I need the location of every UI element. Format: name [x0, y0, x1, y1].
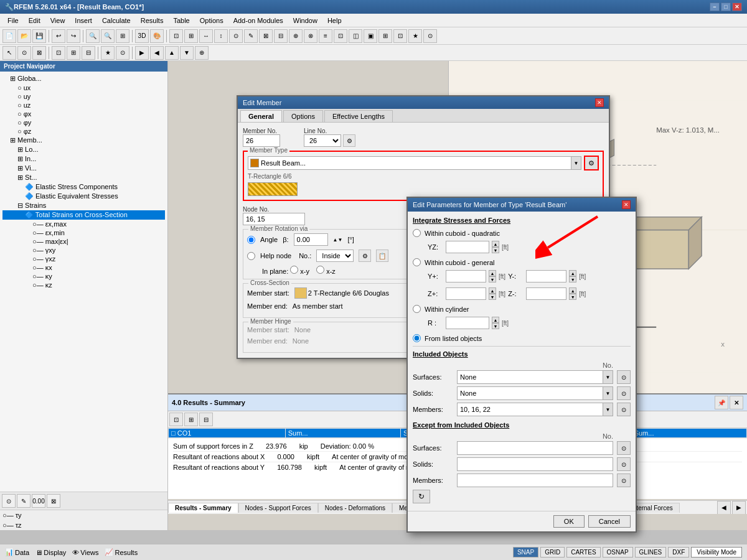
zminus-input[interactable]: [526, 287, 566, 300]
tb-btn17[interactable]: ★: [408, 29, 422, 43]
menu-addon[interactable]: Add-on Modules: [228, 16, 288, 26]
minimize-btn[interactable]: −: [710, 2, 720, 11]
tb-fit[interactable]: ⊞: [116, 29, 129, 43]
maximize-btn[interactable]: □: [721, 2, 731, 11]
member-type-dropdown[interactable]: Result Beam... ▼: [248, 156, 581, 170]
tab-nodes-deform[interactable]: Nodes - Deformations: [318, 503, 392, 513]
members-dropdown-container[interactable]: 10, 16, 22 ▼: [457, 403, 613, 416]
members-pick-btn[interactable]: ⊙: [617, 403, 631, 416]
tb-btn6[interactable]: ✎: [244, 29, 258, 43]
tb2-btn12[interactable]: ▼: [180, 46, 194, 60]
tb-3d[interactable]: 3D: [135, 29, 149, 43]
tb-btn15[interactable]: ⊞: [378, 29, 392, 43]
tb-btn8[interactable]: ⊟: [274, 29, 288, 43]
tree-kz[interactable]: ○— κz: [2, 281, 165, 289]
menu-window[interactable]: Window: [288, 16, 322, 26]
tree-gxz[interactable]: ○— γxz: [2, 254, 165, 263]
surfaces-pick-btn[interactable]: ⊙: [617, 370, 631, 384]
tb-open[interactable]: 📂: [17, 29, 31, 43]
except-surfaces-input[interactable]: [458, 444, 613, 452]
results-tb3[interactable]: ⊟: [199, 413, 213, 426]
left-tb-btn1[interactable]: ⊙: [2, 494, 16, 508]
except-members-input[interactable]: [458, 477, 613, 484]
yminus-spin-up[interactable]: ▲: [569, 270, 576, 276]
tb2-btn2[interactable]: ⊙: [17, 46, 31, 60]
left-tb-btn2[interactable]: ✎: [17, 494, 31, 508]
results-pin-btn[interactable]: 📌: [715, 396, 728, 409]
line-no-select[interactable]: 26: [304, 134, 341, 147]
radio-listed[interactable]: [413, 334, 421, 342]
tb-btn18[interactable]: ⊙: [423, 29, 437, 43]
tb-zoom-out[interactable]: 🔍: [101, 29, 115, 43]
menu-options[interactable]: Options: [195, 16, 228, 26]
left-tb-btn4[interactable]: ⊠: [47, 494, 60, 508]
tb2-btn3[interactable]: ⊠: [32, 46, 46, 60]
menu-edit[interactable]: Edit: [24, 16, 45, 26]
tb2-btn6[interactable]: ⊟: [82, 46, 95, 60]
tree-in[interactable]: ⊞ In...: [2, 154, 165, 164]
yz-spin-down[interactable]: ▼: [492, 247, 499, 253]
radio-cuboid-quadratic[interactable]: [413, 229, 421, 237]
xy-radio[interactable]: [290, 266, 298, 274]
solids-dropdown-arrow[interactable]: ▼: [603, 387, 613, 399]
node-no-input[interactable]: [243, 213, 305, 225]
tb-btn5[interactable]: ⊙: [229, 29, 243, 43]
close-btn[interactable]: ✕: [732, 2, 742, 11]
help-node-btn1[interactable]: ⚙: [359, 250, 371, 262]
member-type-edit-btn[interactable]: ⚙: [584, 156, 599, 170]
except-solids-input-container[interactable]: [457, 457, 613, 471]
members-dropdown-arrow[interactable]: ▼: [603, 403, 613, 416]
yminus-spin-down[interactable]: ▼: [569, 276, 576, 282]
yminus-input[interactable]: [526, 270, 566, 282]
glines-btn[interactable]: GLINES: [635, 547, 667, 558]
radio-cuboid-general[interactable]: [413, 258, 421, 266]
tree-uz[interactable]: ○ uz: [2, 101, 165, 110]
tb-zoom-in[interactable]: 🔍: [86, 29, 100, 43]
zminus-spin-up[interactable]: ▲: [569, 287, 576, 294]
tb-new[interactable]: 📄: [2, 29, 16, 43]
surfaces-dropdown-container[interactable]: None ▼: [457, 370, 613, 384]
snap-btn[interactable]: SNAP: [513, 547, 538, 558]
tb-btn11[interactable]: ≡: [319, 29, 332, 43]
tb2-btn11[interactable]: ▲: [165, 46, 179, 60]
tree-phiy[interactable]: ○ φy: [2, 118, 165, 127]
tree-phiz[interactable]: ○ φz: [2, 127, 165, 136]
tb-btn16[interactable]: ⊡: [393, 29, 407, 43]
tab-options[interactable]: Options: [283, 110, 323, 122]
tb-redo[interactable]: ↪: [67, 29, 80, 43]
zplus-spin-up[interactable]: ▲: [489, 287, 496, 294]
grid-btn[interactable]: GRID: [540, 547, 565, 558]
tree-elastic-stress[interactable]: 🔷 Elastic Stress Components: [2, 182, 165, 192]
tree-ex-max[interactable]: ○— εx,max: [2, 220, 165, 228]
params-close-btn[interactable]: ✕: [622, 200, 631, 209]
except-members-input-container[interactable]: [457, 474, 613, 487]
tree-memb[interactable]: ⊞ Memb...: [2, 136, 165, 145]
tree-uy[interactable]: ○ uy: [2, 92, 165, 101]
help-node-radio[interactable]: [247, 252, 255, 260]
tb2-btn9[interactable]: ▶: [135, 46, 149, 60]
visibility-mode-label[interactable]: Visibility Mode: [691, 547, 742, 558]
cancel-button[interactable]: Cancel: [588, 515, 631, 528]
menu-calculate[interactable]: Calculate: [97, 16, 136, 26]
tb2-btn4[interactable]: ⊡: [52, 46, 65, 60]
tb-btn14[interactable]: ▣: [364, 29, 377, 43]
menu-results[interactable]: Results: [136, 16, 169, 26]
data-label[interactable]: Data: [15, 549, 29, 556]
tb-btn12[interactable]: ⊡: [334, 29, 347, 43]
tree-max-ex[interactable]: ○— max|εx|: [2, 237, 165, 246]
tree-total-strains[interactable]: 🔷 Total Strains on Cross-Section: [2, 210, 165, 220]
beta-input[interactable]: [294, 233, 328, 246]
xz-radio[interactable]: [316, 266, 324, 274]
line-no-btn[interactable]: ⚙: [343, 134, 355, 147]
except-surfaces-input-container[interactable]: [457, 441, 613, 455]
tab-nodes-support[interactable]: Nodes - Support Forces: [238, 503, 318, 513]
yplus-input[interactable]: [446, 270, 486, 282]
tree-st[interactable]: ⊞ St...: [2, 173, 165, 182]
display-label[interactable]: Display: [44, 549, 66, 556]
member-type-arrow[interactable]: ▼: [571, 157, 581, 169]
radio-cylinder[interactable]: [413, 305, 421, 313]
tree-phix[interactable]: ○ φx: [2, 110, 165, 118]
results-tb2[interactable]: ⊞: [184, 413, 198, 426]
menu-insert[interactable]: Insert: [70, 16, 97, 26]
tab-nav-next[interactable]: ▶: [732, 501, 746, 515]
